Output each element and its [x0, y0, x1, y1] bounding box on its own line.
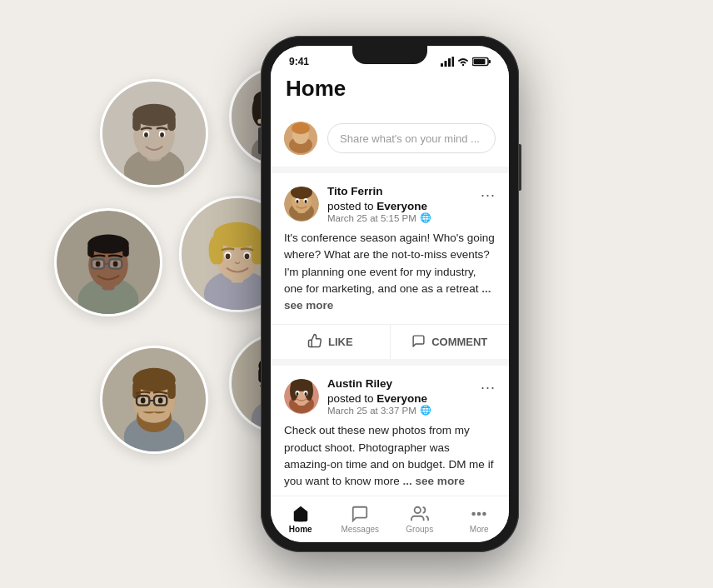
- tab-more-label: More: [470, 525, 489, 534]
- scene: 9:41: [0, 0, 713, 588]
- svg-rect-80: [445, 61, 447, 67]
- svg-rect-79: [441, 63, 443, 67]
- tab-home-label: Home: [289, 525, 312, 534]
- tab-home[interactable]: Home: [271, 496, 331, 542]
- post-user-line-austin: Austin Riley posted to Everyone: [327, 377, 481, 405]
- svg-point-97: [297, 200, 299, 203]
- svg-point-50: [245, 254, 250, 260]
- floating-avatar-3: [54, 208, 162, 316]
- svg-rect-32: [122, 244, 129, 257]
- svg-point-64: [158, 398, 163, 404]
- globe-icon-tito: 🌐: [420, 212, 431, 223]
- like-button-tito[interactable]: LIKE: [271, 325, 391, 359]
- scroll-content[interactable]: Share what's on your mind ...: [271, 110, 509, 496]
- battery-icon: [472, 57, 491, 67]
- svg-rect-59: [167, 381, 176, 399]
- svg-point-108: [297, 392, 299, 396]
- comment-icon-tito: [411, 334, 426, 351]
- svg-rect-85: [489, 60, 491, 63]
- more-icon: [470, 505, 488, 523]
- phone-outer: 9:41: [261, 36, 519, 552]
- like-icon-tito: [307, 333, 322, 351]
- post-meta-austin: March 25 at 3:37 PM 🌐: [327, 405, 481, 416]
- post-header-left-1: Tito Ferrin posted to Everyone March 25 …: [284, 185, 481, 223]
- svg-point-112: [478, 513, 481, 516]
- svg-point-110: [414, 507, 420, 513]
- home-icon: [292, 505, 310, 523]
- post-header-2: Austin Riley posted to Everyone March 25…: [271, 366, 509, 422]
- page-title: Home: [286, 76, 346, 101]
- svg-rect-5: [132, 115, 141, 131]
- svg-point-109: [305, 392, 307, 396]
- tab-groups-label: Groups: [406, 525, 433, 534]
- post-user-name-austin: Austin Riley: [327, 377, 392, 390]
- svg-rect-84: [474, 59, 486, 64]
- svg-point-49: [226, 254, 231, 260]
- svg-point-36: [96, 262, 101, 267]
- post-header-left-2: Austin Riley posted to Everyone March 25…: [284, 377, 481, 416]
- tab-groups[interactable]: Groups: [390, 496, 450, 542]
- svg-point-56: [138, 404, 170, 423]
- svg-point-113: [483, 513, 486, 516]
- comment-label-tito: COMMENT: [431, 336, 487, 348]
- status-bar: 9:41: [271, 46, 509, 71]
- post-meta-tito: March 25 at 5:15 PM 🌐: [327, 212, 481, 223]
- post-header-1: Tito Ferrin posted to Everyone March 25 …: [271, 173, 509, 230]
- like-label-tito: LIKE: [328, 336, 353, 348]
- post-action-austin: posted to Everyone: [327, 392, 427, 405]
- post-avatar-tito: [284, 187, 319, 222]
- post-more-tito[interactable]: ···: [481, 187, 496, 204]
- post-more-austin[interactable]: ···: [481, 379, 496, 396]
- globe-icon-austin: 🌐: [420, 405, 431, 416]
- tab-messages-label: Messages: [341, 525, 379, 534]
- svg-rect-81: [448, 58, 451, 67]
- svg-rect-82: [452, 57, 455, 67]
- messages-icon: [351, 505, 369, 523]
- svg-rect-31: [87, 244, 94, 257]
- post-action-tito: posted to Everyone: [327, 200, 427, 212]
- see-more-austin[interactable]: ... see more: [403, 475, 465, 487]
- svg-point-45: [209, 236, 222, 264]
- floating-avatar-1: [100, 79, 208, 187]
- post-user-name-tito: Tito Ferrin: [327, 185, 383, 197]
- groups-icon: [411, 505, 429, 523]
- post-card-2: Austin Riley posted to Everyone March 25…: [271, 366, 509, 496]
- post-card-1: Tito Ferrin posted to Everyone March 25 …: [271, 173, 509, 359]
- phone: 9:41: [261, 36, 519, 552]
- svg-point-63: [141, 398, 146, 404]
- svg-point-37: [113, 262, 118, 267]
- post-body-tito: It's conference season again! Who's goin…: [271, 230, 509, 324]
- svg-point-9: [144, 132, 148, 137]
- svg-point-105: [305, 381, 313, 401]
- app-header: Home: [271, 71, 509, 110]
- svg-point-111: [472, 513, 475, 516]
- post-avatar-austin: [284, 379, 319, 414]
- post-user-line-tito: Tito Ferrin posted to Everyone: [327, 185, 481, 212]
- tab-messages[interactable]: Messages: [331, 496, 391, 542]
- status-icons: [441, 57, 491, 67]
- post-user-info-austin: Austin Riley posted to Everyone March 25…: [327, 377, 481, 416]
- composer-avatar: [284, 122, 317, 155]
- composer-input-box[interactable]: Share what's on your mind ...: [327, 123, 496, 153]
- wifi-icon: [457, 57, 469, 67]
- floating-avatar-5: [100, 346, 208, 454]
- signal-icon: [441, 57, 454, 67]
- svg-point-89: [292, 122, 310, 134]
- post-user-info-tito: Tito Ferrin posted to Everyone March 25 …: [327, 185, 481, 223]
- post-body-austin: Check out these new photos from my produ…: [271, 422, 509, 496]
- svg-point-10: [160, 132, 164, 137]
- phone-screen: 9:41: [271, 46, 509, 542]
- notch: [352, 46, 427, 64]
- post-actions-tito: LIKE COMMENT: [271, 324, 509, 359]
- composer-placeholder: Share what's on your mind ...: [340, 132, 480, 145]
- comment-button-tito[interactable]: COMMENT: [391, 325, 510, 359]
- tab-more[interactable]: More: [450, 496, 510, 542]
- svg-point-98: [305, 200, 307, 203]
- status-time: 9:41: [289, 56, 309, 67]
- svg-point-104: [290, 381, 298, 401]
- svg-rect-6: [167, 115, 176, 131]
- tab-bar: Home Messages: [271, 496, 509, 542]
- post-composer: Share what's on your mind ...: [271, 110, 509, 167]
